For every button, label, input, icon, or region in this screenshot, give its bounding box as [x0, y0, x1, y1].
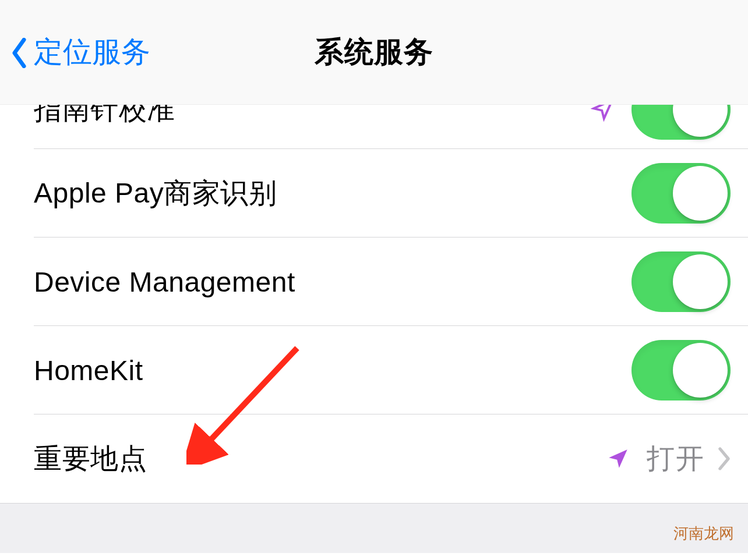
toggle-device-management[interactable] [631, 251, 731, 312]
nav-header: 定位服务 系统服务 [0, 0, 748, 105]
row-significant-locations[interactable]: 重要地点 打开 [0, 414, 748, 503]
toggle-knob [673, 105, 728, 137]
toggle-knob [673, 166, 728, 221]
row-apple-pay-merchant[interactable]: Apple Pay商家识别 [0, 149, 748, 238]
location-arrow-outline-icon [591, 105, 615, 122]
toggle-apple-pay-merchant[interactable] [631, 163, 731, 224]
row-label: Apple Pay商家识别 [34, 175, 631, 212]
toggle-knob [673, 254, 728, 309]
watermark: 河南龙网 [673, 523, 734, 544]
row-label: 重要地点 [34, 440, 606, 477]
row-label: 指南针校准 [34, 105, 591, 128]
toggle-knob [673, 343, 728, 398]
chevron-right-icon [718, 447, 731, 470]
chevron-left-icon [10, 38, 28, 68]
row-homekit[interactable]: HomeKit [0, 326, 748, 414]
list-footer: 河南龙网 [0, 503, 748, 553]
location-arrow-filled-icon [606, 446, 630, 471]
back-label: 定位服务 [34, 33, 150, 72]
row-value: 打开 [647, 440, 705, 477]
row-label: HomeKit [34, 355, 631, 387]
toggle-compass-calibration[interactable] [631, 105, 731, 140]
toggle-homekit[interactable] [631, 340, 731, 400]
back-button[interactable]: 定位服务 [10, 33, 150, 72]
settings-list: 指南针校准 Apple Pay商家识别 Device Management Ho… [0, 105, 748, 503]
row-label: Device Management [34, 266, 631, 298]
row-compass-calibration[interactable]: 指南针校准 [0, 105, 748, 149]
row-device-management[interactable]: Device Management [0, 238, 748, 326]
